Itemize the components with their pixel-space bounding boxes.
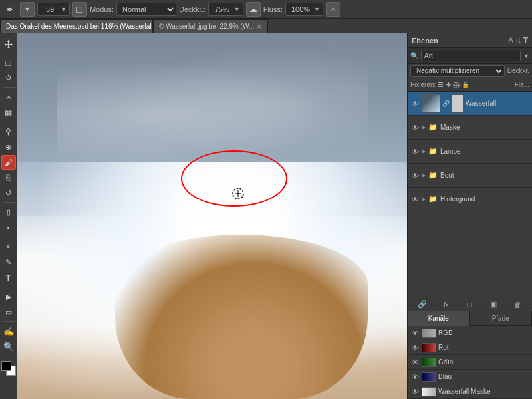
lasso-tool[interactable]: ⥀ (1, 70, 16, 85)
layer-expand-lampe[interactable]: ▶ (422, 148, 426, 154)
deckkr-input[interactable]: 75% (211, 5, 233, 13)
brush-size-dropdown-icon[interactable]: ▼ (61, 6, 66, 13)
brush-tool[interactable]: 🖌 (1, 155, 16, 170)
delete-layer-icon[interactable]: 🗑 (511, 299, 523, 311)
tab-main[interactable]: Das Orakel des Meeres.psd bei 116% (Wass… (0, 19, 153, 33)
pen-tool[interactable]: ✎ (1, 255, 16, 269)
layer-thumb-wasserfall (422, 94, 440, 113)
layer-name-maske: Maske (440, 124, 529, 131)
path-select-tool[interactable]: ▶ (1, 289, 16, 304)
tab-pfade[interactable]: Pfade (470, 311, 533, 326)
text-format-icon[interactable]: T (523, 36, 528, 45)
layer-folder-maske-icon: 📁 (428, 123, 438, 132)
right-panel: Ebenen A rt T 🔍 Art ▼ Negativ multiplizi… (407, 33, 532, 399)
fix-icon-3[interactable]: ⨁ (453, 81, 460, 88)
layers-search-row: 🔍 Art ▼ (408, 48, 532, 64)
color-swatches[interactable] (1, 361, 16, 376)
zoom-tool[interactable]: 🔍 (1, 339, 16, 354)
channel-item-wasserfall-maske[interactable]: 👁 Wasserfall Maske (408, 384, 532, 399)
fixieren-row: Fixieren: ☰ ✚ ⨁ 🔒 Fla... (408, 78, 532, 92)
marquee-tool[interactable]: □ (1, 55, 16, 70)
layer-eye-wasserfall[interactable]: 👁 (410, 99, 420, 108)
hand-tool[interactable]: ✍ (1, 324, 16, 338)
channel-item-rgb[interactable]: 👁 RGB (408, 326, 532, 340)
channel-eye-blau[interactable]: 👁 (410, 372, 420, 382)
search-icon-small: 🔍 (410, 52, 418, 59)
filter-dropdown-icon[interactable]: ▼ (523, 53, 529, 59)
channel-item-rot[interactable]: 👁 Rot (408, 340, 532, 355)
channel-eye-rgb[interactable]: 👁 (410, 329, 420, 338)
search-icon[interactable]: A (509, 36, 513, 45)
panel-header-icons: A rt T (509, 36, 528, 45)
fluss-dropdown-icon[interactable]: ▼ (314, 6, 320, 13)
layer-expand-hintergrund[interactable]: ▶ (422, 196, 426, 202)
eyedropper-tool[interactable]: ⚲ (1, 124, 16, 139)
fix-icon-lock[interactable]: 🔒 (462, 81, 469, 88)
layer-eye-hintergrund[interactable]: 👁 (410, 195, 420, 204)
layer-eye-maske[interactable]: 👁 (410, 123, 420, 132)
channel-eye-mask[interactable]: 👁 (410, 387, 420, 396)
channel-name-gruen: Grün (438, 358, 453, 366)
layer-eye-boot[interactable]: 👁 (410, 171, 420, 180)
layer-eye-lampe[interactable]: 👁 (410, 147, 420, 156)
layer-effects-icon[interactable]: fx (440, 299, 452, 311)
gradient-tool[interactable]: ▪ (1, 220, 16, 235)
channel-eye-rot[interactable]: 👁 (410, 343, 420, 352)
modus-dropdown[interactable]: Normal (116, 3, 176, 16)
airbrush-toggle[interactable]: ☁ (246, 2, 261, 17)
fixieren-label: Fixieren: (410, 81, 436, 88)
channel-name-rot: Rot (438, 344, 449, 351)
heal-tool[interactable]: ⊕ (1, 140, 16, 154)
tab-second-close[interactable]: ✕ (257, 23, 262, 30)
layer-expand-boot[interactable]: ▶ (422, 172, 426, 178)
channel-thumb-rot (422, 343, 436, 352)
layer-folder-boot-icon: 📁 (428, 171, 438, 180)
channel-eye-gruen[interactable]: 👁 (410, 358, 420, 367)
crop-tool[interactable]: ▦ (1, 105, 16, 120)
brush-preset-icon[interactable]: ▼ (20, 2, 35, 17)
fluss-input[interactable]: 100% (289, 5, 313, 13)
panel-icon-rt[interactable]: rt (516, 36, 521, 45)
deckkr-box: 75% ▼ (208, 3, 243, 16)
move-tool[interactable] (1, 36, 16, 51)
dodge-tool[interactable]: ⚬ (1, 239, 16, 254)
new-layer-icon[interactable]: ▣ (487, 299, 499, 311)
brush-tool-icon[interactable]: ✒ (3, 2, 17, 17)
layer-item-lampe[interactable]: 👁 ▶ 📁 Lampe (408, 140, 532, 164)
pressure-icon[interactable]: ○ (326, 2, 340, 17)
link-layers-icon[interactable]: 🔗 (416, 299, 428, 311)
layers-bottom-bar: 🔗 fx □ ▣ 🗑 (408, 297, 532, 311)
blend-mode-dropdown[interactable]: Negativ multiplizieren (410, 65, 505, 77)
fix-icon-2[interactable]: ✚ (446, 81, 451, 88)
channel-item-gruen[interactable]: 👁 Grün (408, 355, 532, 370)
canvas-area[interactable] (17, 33, 407, 399)
deckkr-dropdown-icon[interactable]: ▼ (234, 6, 240, 13)
eraser-tool[interactable]: ▯ (1, 205, 16, 219)
foreground-color-swatch[interactable] (1, 361, 11, 371)
layer-name-lampe: Lampe (440, 148, 529, 155)
clouds-overlay (57, 52, 368, 180)
fix-icon-1[interactable]: ☰ (438, 81, 444, 88)
quick-select-tool[interactable]: ✳ (1, 90, 16, 104)
channels-tabs: Kanäle Pfade (408, 311, 532, 326)
layer-item-hintergrund[interactable]: 👁 ▶ 📁 Hintergrund (408, 188, 532, 211)
main-area: □ ⥀ ✳ ▦ ⚲ ⊕ 🖌 ⎘ ↺ ▯ ▪ ⚬ ✎ T ▶ ▭ ✍ 🔍 (0, 33, 532, 399)
brush-size-input[interactable]: 59 (41, 5, 59, 13)
layer-item-maske[interactable]: 👁 ▶ 📁 Maske (408, 116, 532, 140)
tab-second[interactable]: © Wasserfall.jpg bei 22,9% (W... ✕ (153, 19, 268, 33)
layers-filter-input[interactable]: Art (421, 51, 521, 61)
layer-expand-maske[interactable]: ▶ (422, 124, 426, 130)
layer-item-wasserfall[interactable]: 👁 🔗 Wasserfall (408, 92, 532, 116)
brush-options-icon[interactable]: ◻ (72, 2, 87, 17)
history-brush-tool[interactable]: ↺ (1, 186, 16, 200)
clone-tool[interactable]: ⎘ (1, 170, 16, 185)
tab-kanale[interactable]: Kanäle (408, 311, 470, 326)
brush-size-box: 59 ▼ (37, 3, 70, 16)
svg-marker-0 (5, 39, 13, 48)
text-tool[interactable]: T (1, 270, 16, 285)
layer-item-boot[interactable]: 👁 ▶ 📁 Boot (408, 164, 532, 188)
channel-item-blau[interactable]: 👁 Blau (408, 370, 532, 384)
shape-tool[interactable]: ▭ (1, 305, 16, 319)
channel-thumb-blau (422, 372, 436, 382)
add-mask-icon[interactable]: □ (464, 299, 475, 311)
